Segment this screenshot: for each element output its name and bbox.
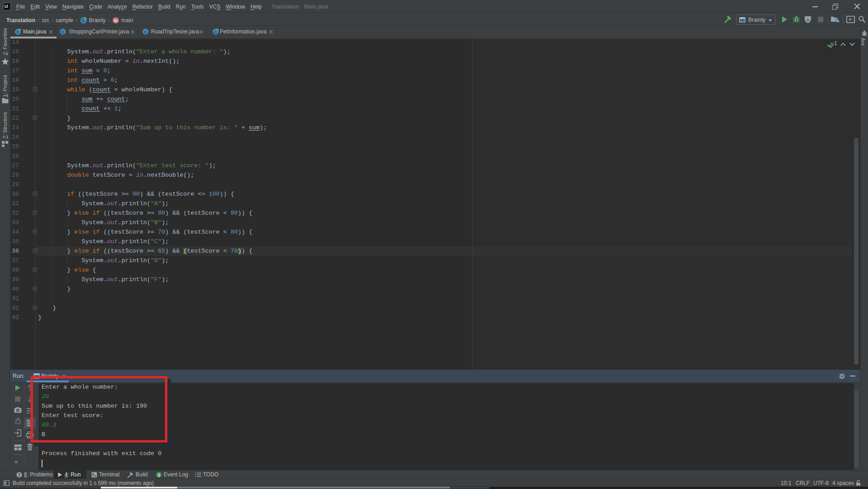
- svg-text:C: C: [61, 29, 65, 34]
- svg-text:m: m: [114, 18, 118, 23]
- svg-text:1: 1: [158, 473, 160, 477]
- svg-text:C: C: [144, 29, 147, 34]
